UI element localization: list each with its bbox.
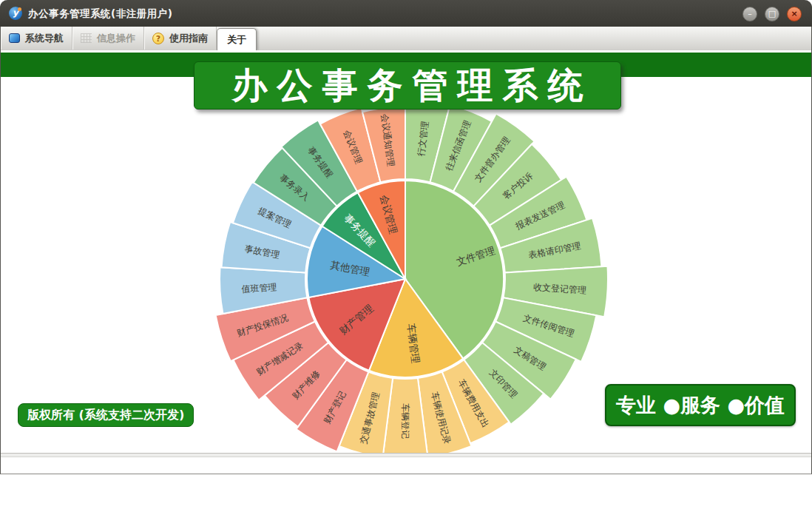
grid-icon [81,33,92,43]
banner-title: 办公事务管理系统 [194,61,621,110]
toolbar-tab-1[interactable]: 系统导航 [1,27,72,50]
content-area: 文件管理行文管理往来信函管理文件督办管理客户投诉报表发送管理表格请印管理收文登记… [1,50,811,457]
toolbar-tab-2[interactable]: 信息操作 [72,27,144,50]
window-title: 办公事务管理系统(非注册用户) [28,0,172,27]
sunburst-label: 车辆登记 [400,403,410,439]
toolbar-tab-label: 使用指南 [169,32,208,45]
slogan-badge: 专业 ●服务 ●价值 [605,384,796,426]
app-window: y 办公事务管理系统(非注册用户) –□× 系统导航信息操作?使用指南关于 文件… [0,0,812,474]
toolbar-tab-label: 信息操作 [97,32,135,45]
monitor-icon [9,33,20,43]
content-divider [1,453,811,457]
toolbar-tab-label: 关于 [227,33,246,47]
toolbar: 系统导航信息操作?使用指南关于 [1,27,811,50]
copyright-badge: 版权所有 (系统支持二次开发) [18,403,194,427]
sunburst-label: 值班管理 [241,282,277,294]
toolbar-tab-label: 系统导航 [25,32,64,45]
toolbar-tab-3[interactable]: ?使用指南 [144,27,217,50]
maximize-button[interactable]: □ [765,7,779,21]
titlebar: y 办公事务管理系统(非注册用户) –□× [0,0,812,27]
help-icon: ? [152,33,164,44]
y-logo-icon: y [9,7,22,20]
toolbar-tab-4[interactable]: 关于 [217,28,257,50]
close-button[interactable]: × [787,7,802,21]
minimize-button[interactable]: – [742,7,757,21]
toolbar-tabs: 系统导航信息操作?使用指南关于 [1,27,811,50]
window-controls: –□× [742,7,802,21]
